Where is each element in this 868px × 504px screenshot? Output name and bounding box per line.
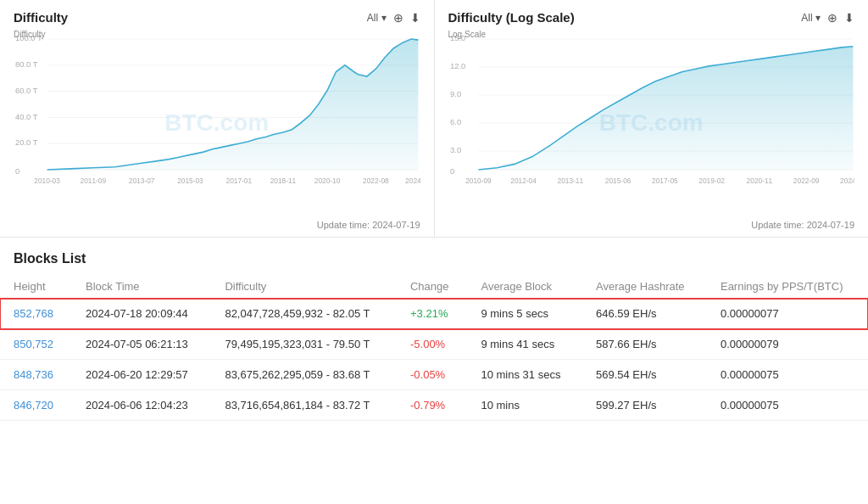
row-avg-block-2: 10 mins 31 secs (467, 360, 582, 390)
svg-text:6.0: 6.0 (450, 117, 461, 126)
svg-text:2017-01: 2017-01 (226, 176, 253, 185)
right-chart-area: Log Scale BTC.com 15.0 12.0 9.0 6.0 3.0 … (448, 30, 855, 216)
zoom-in-icon[interactable]: ⊕ (393, 11, 403, 25)
row-avg-hashrate-0: 646.59 EH/s (582, 299, 707, 329)
svg-text:2010-09: 2010-09 (465, 176, 492, 185)
svg-text:2015-06: 2015-06 (604, 176, 631, 185)
col-block-time: Block Time (72, 275, 211, 299)
row-change-2: -0.05% (397, 360, 467, 390)
row-difficulty-0: 82,047,728,459,932 - 82.05 T (211, 299, 397, 329)
svg-text:2022-08: 2022-08 (363, 176, 389, 185)
svg-text:0: 0 (450, 166, 454, 176)
svg-text:2013-07: 2013-07 (129, 176, 155, 185)
chevron-down-icon-right: ▾ (815, 12, 821, 24)
table-row: 848,736 2024-06-20 12:29:57 83,675,262,2… (0, 360, 868, 390)
right-range-button[interactable]: All ▾ (801, 12, 821, 24)
row-avg-hashrate-2: 569.54 EH/s (582, 360, 707, 390)
col-avg-block: Average Block (467, 275, 582, 299)
left-chart-area: Difficulty BTC.com 100.0 T 80.0 T 60.0 T… (14, 30, 420, 216)
table-row: 852,768 2024-07-18 20:09:44 82,047,728,4… (0, 299, 868, 329)
right-chart-svg: 15.0 12.0 9.0 6.0 3.0 0 (448, 30, 855, 216)
col-avg-hashrate: Average Hashrate (582, 275, 707, 299)
right-chart-title: Difficulty (Log Scale) (448, 10, 575, 25)
row-earnings-0: 0.00000077 (707, 299, 868, 329)
table-header-row: Height Block Time Difficulty Change Aver… (0, 275, 868, 299)
svg-text:2017-05: 2017-05 (652, 176, 678, 185)
svg-text:60.0 T: 60.0 T (15, 86, 37, 95)
svg-text:2015-03: 2015-03 (177, 176, 203, 185)
row-earnings-3: 0.00000075 (707, 390, 868, 421)
blocks-table: Height Block Time Difficulty Change Aver… (0, 275, 868, 421)
difficulty-chart-panel: Difficulty All ▾ ⊕ ⬇ Difficulty BTC.com … (0, 0, 435, 237)
row-difficulty-2: 83,675,262,295,059 - 83.68 T (211, 360, 397, 390)
svg-text:2022-09: 2022-09 (793, 176, 819, 185)
row-difficulty-3: 83,716,654,861,184 - 83.72 T (211, 390, 397, 421)
blocks-table-wrapper: Height Block Time Difficulty Change Aver… (0, 275, 868, 421)
left-chart-title: Difficulty (14, 10, 68, 25)
svg-text:2020-10: 2020-10 (314, 176, 341, 185)
download-icon[interactable]: ⬇ (410, 11, 420, 25)
log-scale-chart-panel: Difficulty (Log Scale) All ▾ ⊕ ⬇ Log Sca… (435, 0, 869, 237)
row-avg-block-0: 9 mins 5 secs (467, 299, 582, 329)
col-difficulty: Difficulty (211, 275, 397, 299)
row-block-time-3: 2024-06-06 12:04:23 (72, 390, 211, 421)
blocks-list-section: Blocks List Height Block Time Difficulty… (0, 238, 868, 421)
row-block-time-2: 2024-06-20 12:29:57 (72, 360, 211, 390)
svg-text:2013-11: 2013-11 (557, 176, 583, 185)
row-block-time-0: 2024-07-18 20:09:44 (72, 299, 211, 329)
table-row: 850,752 2024-07-05 06:21:13 79,495,195,3… (0, 329, 868, 360)
svg-text:9.0: 9.0 (450, 89, 461, 98)
svg-text:2010-03: 2010-03 (34, 176, 60, 185)
svg-text:2012-04: 2012-04 (510, 176, 537, 185)
col-height: Height (0, 275, 72, 299)
svg-text:3.0: 3.0 (450, 145, 461, 154)
svg-text:40.0 T: 40.0 T (15, 111, 37, 120)
row-height-2[interactable]: 848,736 (0, 360, 72, 390)
row-block-time-1: 2024-07-05 06:21:13 (72, 329, 211, 360)
row-avg-block-1: 9 mins 41 secs (467, 329, 582, 360)
row-height-3[interactable]: 846,720 (0, 390, 72, 421)
table-row: 846,720 2024-06-06 12:04:23 83,716,654,8… (0, 390, 868, 421)
left-update-time: Update time: 2024-07-19 (14, 220, 420, 230)
col-earnings: Earnings by PPS/T(BTC) (707, 275, 868, 299)
row-change-1: -5.00% (397, 329, 467, 360)
row-change-0: +3.21% (397, 299, 467, 329)
col-change: Change (397, 275, 467, 299)
svg-text:2011-09: 2011-09 (81, 176, 107, 185)
row-avg-hashrate-1: 587.66 EH/s (582, 329, 707, 360)
row-earnings-2: 0.00000075 (707, 360, 868, 390)
row-change-3: -0.79% (397, 390, 467, 421)
left-y-label: Difficulty (14, 30, 46, 39)
svg-text:20.0 T: 20.0 T (15, 137, 37, 147)
row-height-0[interactable]: 852,768 (0, 299, 72, 329)
chevron-down-icon: ▾ (381, 12, 387, 24)
row-difficulty-1: 79,495,195,323,031 - 79.50 T (211, 329, 397, 360)
svg-text:0: 0 (15, 166, 19, 176)
left-chart-controls: All ▾ ⊕ ⬇ (367, 11, 420, 25)
left-chart-svg: 100.0 T 80.0 T 60.0 T 40.0 T 20.0 T 0 (14, 30, 420, 216)
row-avg-block-3: 10 mins (467, 390, 582, 421)
svg-text:2018-11: 2018-11 (270, 176, 297, 185)
blocks-list-title: Blocks List (0, 251, 868, 275)
svg-text:80.0 T: 80.0 T (15, 59, 37, 69)
svg-text:2019-02: 2019-02 (698, 176, 725, 185)
svg-text:12.0: 12.0 (450, 61, 465, 70)
zoom-in-icon-right[interactable]: ⊕ (827, 11, 837, 25)
svg-text:2024-07: 2024-07 (405, 176, 420, 185)
right-chart-controls: All ▾ ⊕ ⬇ (801, 11, 854, 25)
right-update-time: Update time: 2024-07-19 (448, 220, 855, 230)
right-y-label: Log Scale (448, 30, 486, 39)
svg-text:2020-11: 2020-11 (746, 176, 772, 185)
row-height-1[interactable]: 850,752 (0, 329, 72, 360)
row-avg-hashrate-3: 599.27 EH/s (582, 390, 707, 421)
download-icon-right[interactable]: ⬇ (844, 11, 854, 25)
left-range-button[interactable]: All ▾ (367, 12, 387, 24)
svg-text:2024-07: 2024-07 (840, 176, 854, 185)
row-earnings-1: 0.00000079 (707, 329, 868, 360)
